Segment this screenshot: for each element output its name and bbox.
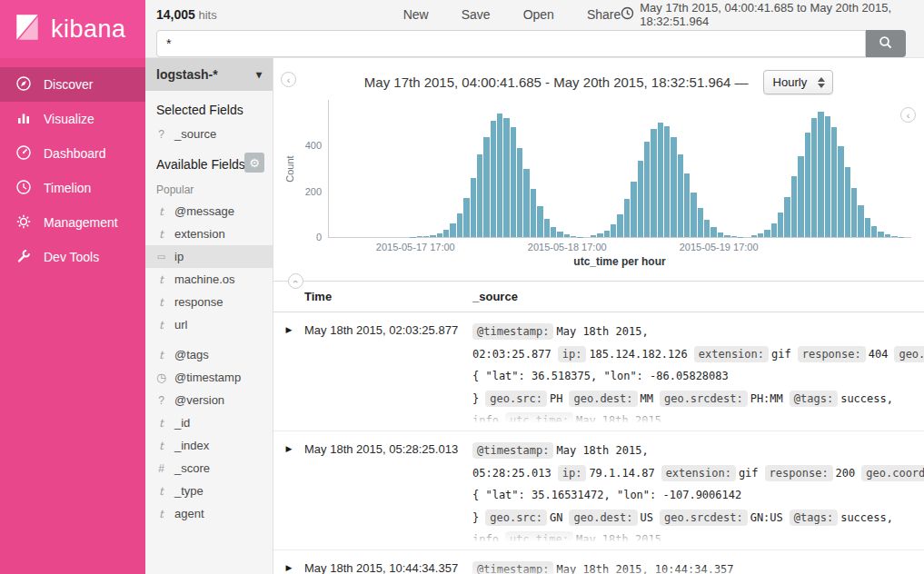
histogram-bar[interactable] <box>624 199 630 237</box>
histogram-bar[interactable] <box>651 129 656 237</box>
field-item-tags[interactable]: t @tags <box>145 343 273 366</box>
histogram-bar[interactable] <box>698 208 703 237</box>
histogram-bar[interactable] <box>818 112 823 237</box>
histogram-bar[interactable] <box>517 148 522 237</box>
histogram-bar[interactable] <box>443 230 449 237</box>
histogram-bar[interactable] <box>798 156 803 237</box>
field-settings-button[interactable]: ⚙ <box>244 153 264 173</box>
histogram-bar[interactable] <box>778 213 783 237</box>
histogram-bar[interactable] <box>838 146 843 237</box>
field-item-index[interactable]: t _index <box>145 434 273 457</box>
search-button[interactable] <box>866 30 906 57</box>
field-item-url[interactable]: t url <box>145 313 273 336</box>
field-item-message[interactable]: t @message <box>145 200 273 223</box>
histogram-bar[interactable] <box>557 232 562 237</box>
histogram-bar[interactable] <box>564 234 570 237</box>
histogram-bar[interactable] <box>851 188 857 237</box>
histogram-bar[interactable] <box>678 154 683 237</box>
histogram-bar[interactable] <box>751 235 757 237</box>
histogram-bar[interactable] <box>537 206 542 237</box>
field-item-type[interactable]: t _type <box>145 480 273 502</box>
field-item-extension[interactable]: t extension <box>145 223 273 245</box>
histogram-bar[interactable] <box>638 161 643 237</box>
histogram-bar[interactable] <box>611 224 616 237</box>
histogram-bar[interactable] <box>758 233 763 237</box>
histogram-bar[interactable] <box>871 226 877 237</box>
sidebar-item-dev-tools[interactable]: Dev Tools <box>0 240 145 274</box>
histogram-bar[interactable] <box>718 233 723 237</box>
sidebar-item-visualize[interactable]: Visualize <box>0 102 145 136</box>
time-column-header[interactable]: Time <box>273 290 472 303</box>
interval-select[interactable]: Hourly <box>763 70 834 94</box>
histogram-bar[interactable] <box>805 133 810 238</box>
collapse-table-button[interactable]: ‹ <box>288 273 303 289</box>
histogram-bar[interactable] <box>644 142 650 237</box>
histogram-bar[interactable] <box>604 231 610 237</box>
histogram-bar[interactable] <box>523 169 529 238</box>
histogram-bar[interactable] <box>511 127 516 237</box>
histogram-bar[interactable] <box>771 223 777 237</box>
expand-row-button[interactable]: ▶ <box>273 440 304 541</box>
histogram-bar[interactable] <box>878 232 883 237</box>
histogram-bar[interactable] <box>764 230 770 237</box>
field-item-response[interactable]: t response <box>145 291 273 313</box>
histogram-bar[interactable] <box>784 197 790 237</box>
histogram-bar[interactable] <box>865 218 870 237</box>
field-item-source[interactable]: ? _source <box>145 123 273 145</box>
histogram-bar[interactable] <box>831 127 837 237</box>
histogram-bar[interactable] <box>577 237 582 238</box>
histogram-bar[interactable] <box>811 118 817 237</box>
histogram-bar[interactable] <box>457 213 462 237</box>
histogram-bar[interactable] <box>430 235 435 237</box>
histogram-bar[interactable] <box>477 154 482 237</box>
field-item-score[interactable]: # _score <box>145 457 273 480</box>
sidebar-item-dashboard[interactable]: Dashboard <box>0 136 145 171</box>
histogram-bar[interactable] <box>724 235 730 237</box>
histogram-bar[interactable] <box>691 193 696 237</box>
open-button[interactable]: Open <box>523 7 554 22</box>
histogram-bar[interactable] <box>885 234 890 237</box>
time-picker-button[interactable]: May 17th 2015, 04:00:41.685 to May 20th … <box>621 1 911 28</box>
new-button[interactable]: New <box>403 7 429 22</box>
field-item-id[interactable]: t _id <box>145 411 273 434</box>
histogram-bar[interactable] <box>891 236 897 237</box>
histogram-bar[interactable] <box>503 118 509 237</box>
histogram-bar[interactable] <box>704 220 710 237</box>
index-pattern-selector[interactable]: logstash-* ▾ <box>145 58 273 91</box>
histogram-bar[interactable] <box>491 121 496 237</box>
collapse-sidebar-button[interactable]: ‹ <box>281 72 296 87</box>
field-item-timestamp[interactable]: ◷ @timestamp <box>145 366 273 389</box>
histogram-bar[interactable] <box>858 205 863 237</box>
histogram-bar[interactable] <box>684 173 690 237</box>
histogram-bar[interactable] <box>710 227 716 237</box>
histogram-bar[interactable] <box>591 235 596 237</box>
histogram-bar[interactable] <box>617 214 622 237</box>
save-button[interactable]: Save <box>462 7 491 22</box>
share-button[interactable]: Share <box>587 7 621 22</box>
kibana-logo[interactable]: kibana <box>0 0 145 58</box>
field-item-version[interactable]: ? @version <box>145 389 273 411</box>
histogram-bar[interactable] <box>597 233 602 237</box>
histogram-bar[interactable] <box>437 233 442 237</box>
histogram-bar[interactable] <box>899 237 904 238</box>
expand-row-button[interactable]: ▶ <box>273 559 304 574</box>
histogram-bar[interactable] <box>825 116 830 237</box>
histogram-bar[interactable] <box>738 237 743 238</box>
histogram-bar[interactable] <box>845 167 850 237</box>
histogram-bar[interactable] <box>571 236 576 237</box>
histogram-bar[interactable] <box>417 236 422 237</box>
field-item-machine-os[interactable]: t machine.os <box>145 268 273 291</box>
histogram-bar[interactable] <box>731 236 737 237</box>
histogram-bar[interactable] <box>423 236 429 238</box>
histogram-bar[interactable] <box>410 237 415 238</box>
sidebar-item-discover[interactable]: Discover <box>0 67 145 102</box>
histogram-bar[interactable] <box>671 137 676 237</box>
histogram-bar[interactable] <box>631 182 636 237</box>
histogram-bar[interactable] <box>463 198 469 237</box>
histogram-bar[interactable] <box>658 123 663 237</box>
histogram-bar[interactable] <box>497 114 502 237</box>
field-item-ip[interactable]: ▭ ip <box>145 245 273 268</box>
histogram-bar[interactable] <box>791 176 797 237</box>
expand-row-button[interactable]: ▶ <box>273 321 304 422</box>
histogram-bar[interactable] <box>664 126 670 237</box>
